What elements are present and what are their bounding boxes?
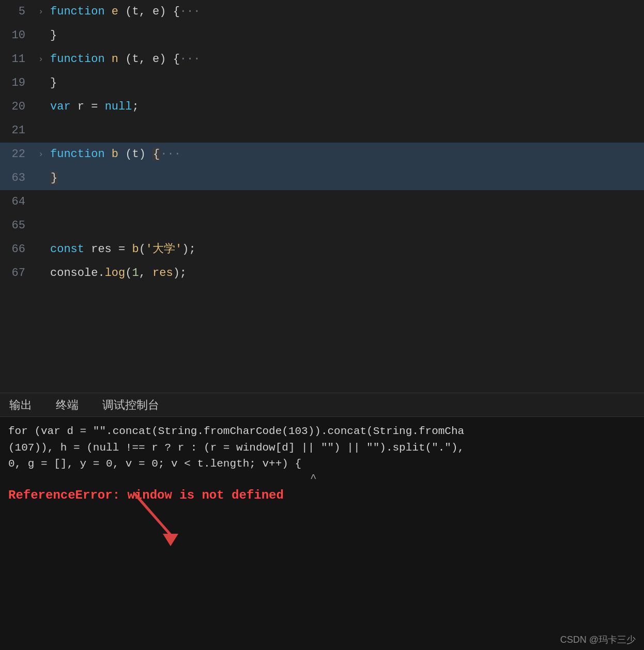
code-token-text: (t, e) { bbox=[118, 53, 180, 66]
code-content: } bbox=[48, 71, 644, 95]
code-content: function b (t) {··· bbox=[48, 143, 644, 166]
panel-tab-2[interactable]: 调试控制台 bbox=[98, 393, 163, 417]
bottom-panel: 输出终端调试控制台 for (var d = "".concat(String.… bbox=[0, 393, 644, 650]
caret-line: ^ bbox=[8, 472, 636, 484]
code-token-ellipsis: ··· bbox=[180, 5, 201, 18]
line-number: 66 bbox=[0, 238, 34, 261]
line-number: 5 bbox=[0, 0, 34, 24]
code-line-5: 5›function e (t, e) {··· bbox=[0, 0, 644, 24]
code-token-fn-name: n bbox=[112, 53, 118, 66]
code-token-kw-const: const bbox=[50, 243, 84, 256]
code-token-ellipsis: ··· bbox=[160, 148, 181, 161]
panel-tab-0[interactable]: 输出 bbox=[5, 393, 36, 417]
code-token-fn-name: log bbox=[105, 267, 126, 280]
code-token-kw-var: var bbox=[50, 100, 71, 113]
code-line-66: 66const res = b('大学'); bbox=[0, 238, 644, 261]
code-token-string: '大学' bbox=[146, 243, 182, 256]
code-line-67: 67console.log(1, res); bbox=[0, 261, 644, 285]
line-number: 11 bbox=[0, 48, 34, 71]
line-number: 19 bbox=[0, 71, 34, 95]
code-token-text bbox=[105, 5, 112, 18]
code-line-65: 65 bbox=[0, 214, 644, 238]
code-token-text bbox=[105, 53, 112, 66]
code-token-text: (t, e) { bbox=[118, 5, 180, 18]
code-line-22: 22›function b (t) {··· bbox=[0, 143, 644, 166]
arrow-container bbox=[119, 488, 202, 553]
code-token-text: ; bbox=[132, 100, 139, 113]
code-content: var r = null; bbox=[48, 95, 644, 119]
code-token-number-lit: 1 bbox=[132, 267, 139, 280]
line-number: 63 bbox=[0, 166, 34, 190]
panel-tab-1[interactable]: 终端 bbox=[52, 393, 83, 417]
code-token-kw-function: function bbox=[50, 5, 105, 18]
code-token-text: } bbox=[50, 29, 57, 42]
code-token-text: ); bbox=[173, 267, 187, 280]
editor-area: 5›function e (t, e) {···10}11›function n… bbox=[0, 0, 644, 393]
code-token-fn-name: b bbox=[132, 243, 139, 256]
code-line-11: 11›function n (t, e) {··· bbox=[0, 48, 644, 71]
code-token-ellipsis: ··· bbox=[180, 53, 201, 66]
code-token-bracket-highlight: { bbox=[152, 148, 160, 161]
code-token-fn-name: e bbox=[112, 5, 118, 18]
code-content: function n (t, e) {··· bbox=[48, 48, 644, 71]
code-content: const res = b('大学'); bbox=[48, 238, 644, 261]
line-number: 21 bbox=[0, 119, 34, 143]
code-token-kw-null: null bbox=[105, 100, 132, 113]
code-token-text: ); bbox=[182, 243, 195, 256]
console-line-2: 0, g = [], y = 0, v = 0; v < t.length; v… bbox=[8, 456, 636, 472]
code-content: console.log(1, res); bbox=[48, 261, 644, 285]
line-number: 65 bbox=[0, 214, 34, 238]
code-token-kw-function: function bbox=[50, 53, 105, 66]
panel-tabs-bar: 输出终端调试控制台 bbox=[0, 393, 644, 417]
code-line-21: 21 bbox=[0, 119, 644, 143]
code-content: } bbox=[48, 166, 644, 190]
code-token-bracket-highlight: } bbox=[50, 172, 58, 184]
code-token-kw-function: function bbox=[50, 148, 105, 161]
line-number: 10 bbox=[0, 24, 34, 48]
code-content: function e (t, e) {··· bbox=[48, 0, 644, 24]
code-line-19: 19} bbox=[0, 71, 644, 95]
svg-line-0 bbox=[134, 493, 171, 535]
code-token-text bbox=[105, 148, 112, 161]
code-token-text: , bbox=[139, 267, 152, 280]
watermark: CSDN @玛卡三少 bbox=[560, 633, 636, 646]
code-token-text: res = bbox=[84, 243, 132, 256]
code-content: } bbox=[48, 24, 644, 48]
code-token-text: } bbox=[50, 76, 57, 89]
code-token-text: console. bbox=[50, 267, 105, 280]
console-line-1: (107)), h = (null !== r ? r : (r = windo… bbox=[8, 440, 636, 456]
fold-arrow[interactable]: › bbox=[34, 143, 48, 166]
line-number: 22 bbox=[0, 143, 34, 166]
console-line-0: for (var d = "".concat(String.fromCharCo… bbox=[8, 423, 636, 440]
code-token-text: ( bbox=[125, 267, 132, 280]
code-token-text: (t) bbox=[118, 148, 152, 161]
code-token-fn-name: b bbox=[112, 148, 118, 161]
code-line-64: 64 bbox=[0, 190, 644, 214]
code-line-10: 10} bbox=[0, 24, 644, 48]
error-line: ReferenceError: window is not defined bbox=[8, 488, 636, 502]
code-token-fn-name: res bbox=[152, 267, 173, 280]
code-token-text: ( bbox=[139, 243, 146, 256]
panel-content: for (var d = "".concat(String.fromCharCo… bbox=[0, 417, 644, 650]
line-number: 67 bbox=[0, 261, 34, 285]
line-number: 64 bbox=[0, 190, 34, 214]
code-token-text: r = bbox=[71, 100, 105, 113]
line-number: 20 bbox=[0, 95, 34, 119]
svg-marker-1 bbox=[163, 534, 178, 546]
fold-arrow[interactable]: › bbox=[34, 48, 48, 71]
fold-arrow[interactable]: › bbox=[34, 0, 48, 24]
code-line-20: 20var r = null; bbox=[0, 95, 644, 119]
code-line-63: 63} bbox=[0, 166, 644, 190]
